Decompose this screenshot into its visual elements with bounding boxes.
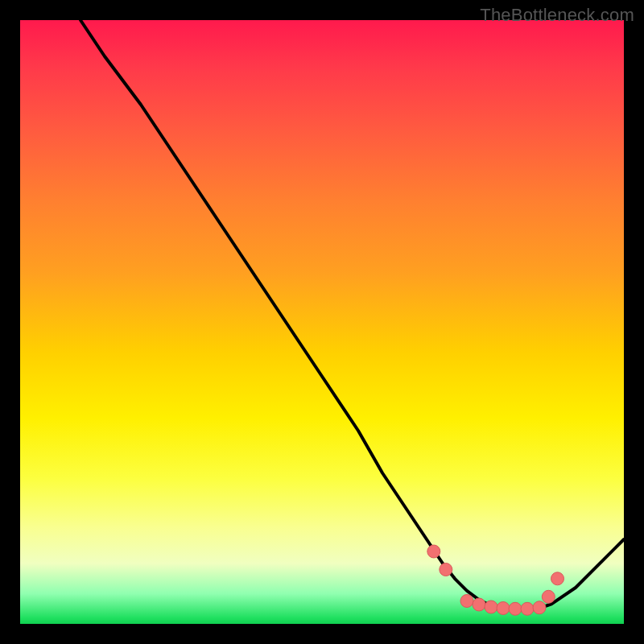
chart-marker: [497, 602, 510, 615]
chart-marker: [485, 601, 497, 613]
chart-marker: [509, 602, 522, 615]
watermark-text: TheBottleneck.com: [480, 5, 634, 26]
chart-marker: [521, 602, 534, 615]
chart-marker: [542, 590, 555, 603]
chart-marker: [460, 595, 473, 608]
chart-marker: [473, 598, 485, 611]
chart-curve: [80, 20, 624, 610]
chart-marker: [533, 601, 546, 614]
chart-marker: [427, 545, 440, 558]
chart-marker: [440, 564, 452, 576]
chart-markers: [427, 545, 564, 615]
chart-marker: [551, 572, 564, 585]
chart-overlay: [20, 20, 624, 624]
